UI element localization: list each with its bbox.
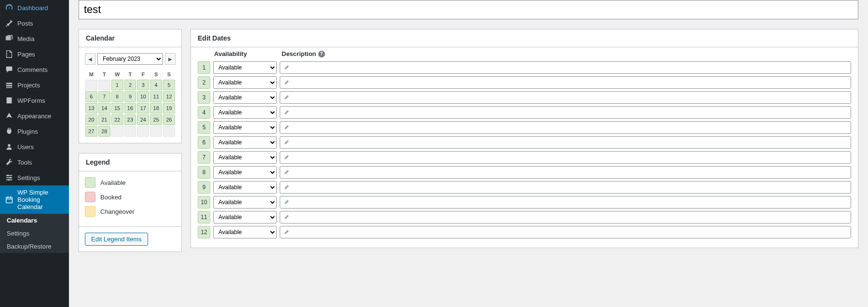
calendar-day[interactable]: 25 [150, 114, 162, 125]
forms-icon [5, 96, 14, 105]
sidebar-item-users[interactable]: Users [0, 139, 69, 154]
sidebar-item-appearance[interactable]: Appearance [0, 108, 69, 124]
availability-select[interactable]: Available [213, 181, 277, 194]
calendar-day[interactable]: 24 [137, 114, 149, 125]
legend-row: Changeover [85, 206, 176, 217]
description-input[interactable] [280, 211, 851, 223]
calendar-day[interactable]: 11 [150, 91, 162, 102]
availability-select[interactable]: Available [213, 136, 277, 149]
edit-dates-title: Edit Dates [191, 29, 858, 47]
calendar-day[interactable]: 8 [111, 91, 123, 102]
calendar-day[interactable]: 16 [124, 103, 136, 113]
sidebar-item-settings[interactable]: Settings [0, 170, 69, 185]
calendar-day-empty [137, 126, 149, 137]
availability-select[interactable]: Available [213, 91, 277, 104]
description-input[interactable] [280, 61, 851, 74]
calendar-day[interactable]: 20 [85, 114, 97, 125]
pin-icon [5, 19, 14, 28]
comments-icon [5, 65, 14, 74]
description-input[interactable] [280, 121, 851, 134]
availability-select[interactable]: Available [213, 61, 277, 74]
calendar-day[interactable]: 3 [137, 80, 149, 90]
submenu-item-backup-restore[interactable]: Backup/Restore [0, 240, 69, 253]
pages-icon [5, 50, 14, 58]
calendar-day[interactable]: 6 [85, 91, 97, 102]
appearance-icon [5, 112, 14, 120]
submenu: CalendarsSettingsBackup/Restore [0, 214, 69, 253]
sidebar-item-pages[interactable]: Pages [0, 46, 69, 62]
help-icon[interactable]: ? [318, 51, 325, 57]
calendar-day[interactable]: 27 [85, 126, 97, 137]
availability-select[interactable]: Available [213, 151, 277, 164]
calendar-day[interactable]: 1 [111, 80, 123, 90]
calendar-day[interactable]: 17 [137, 103, 149, 113]
calendar-day[interactable]: 28 [98, 126, 110, 137]
calendar-day[interactable]: 4 [150, 80, 162, 90]
sidebar-item-wpforms[interactable]: WPForms [0, 93, 69, 108]
calendar-day[interactable]: 9 [124, 91, 136, 102]
sidebar-item-posts[interactable]: Posts [0, 15, 69, 31]
calendar-day-empty [98, 80, 110, 90]
calendar-day[interactable]: 22 [111, 114, 123, 125]
description-input[interactable] [280, 76, 851, 89]
pencil-icon [284, 110, 289, 115]
description-input[interactable] [280, 106, 851, 119]
availability-select[interactable]: Available [213, 166, 277, 179]
legend-row: Booked [85, 192, 176, 202]
availability-header: Availability [214, 50, 278, 57]
submenu-item-settings[interactable]: Settings [0, 227, 69, 240]
calendar-day[interactable]: 10 [137, 91, 149, 102]
calendar-day[interactable]: 5 [163, 80, 175, 90]
calendar-day[interactable]: 21 [98, 114, 110, 125]
calendar-day[interactable]: 14 [98, 103, 110, 113]
day-badge: 4 [198, 106, 210, 119]
month-select[interactable]: February 2023 [97, 53, 163, 65]
calendar-day[interactable]: 2 [124, 80, 136, 90]
description-input[interactable] [280, 91, 851, 104]
description-input[interactable] [280, 151, 851, 164]
date-row: 11 Available [198, 211, 851, 223]
sidebar-item-dashboard[interactable]: Dashboard [0, 0, 69, 15]
submenu-item-calendars[interactable]: Calendars [0, 214, 69, 227]
weekday-header: T [98, 70, 111, 79]
legend-row: Available [85, 177, 176, 188]
calendar-day[interactable]: 12 [163, 91, 175, 102]
sidebar-item-plugins[interactable]: Plugins [0, 124, 69, 139]
calendar-day[interactable]: 23 [124, 114, 136, 125]
description-input[interactable] [280, 181, 851, 194]
calendar-day-empty [150, 126, 162, 137]
calendar-title-input[interactable] [79, 0, 858, 19]
calendar-day[interactable]: 15 [111, 103, 123, 113]
sidebar-item-projects[interactable]: Projects [0, 77, 69, 93]
description-input[interactable] [280, 166, 851, 179]
plugins-icon [5, 127, 14, 136]
description-input[interactable] [280, 226, 851, 238]
availability-select[interactable]: Available [213, 76, 277, 89]
prev-month-button[interactable]: ◀ [85, 53, 95, 65]
description-input[interactable] [280, 196, 851, 209]
day-badge: 2 [198, 76, 210, 89]
sidebar-item-comments[interactable]: Comments [0, 62, 69, 77]
sidebar-item-label: Pages [17, 51, 35, 58]
availability-select[interactable]: Available [213, 106, 277, 119]
description-input[interactable] [280, 136, 851, 149]
availability-select[interactable]: Available [213, 196, 277, 209]
sidebar-item-label: WP Simple Booking Calendar [17, 189, 64, 210]
availability-select[interactable]: Available [213, 211, 277, 223]
calendar-day[interactable]: 26 [163, 114, 175, 125]
sidebar-item-label: Settings [17, 174, 40, 181]
sidebar-item-label: Tools [17, 159, 32, 166]
pencil-icon [284, 95, 289, 100]
sidebar-item-tools[interactable]: Tools [0, 154, 69, 170]
next-month-button[interactable]: ▶ [165, 53, 176, 65]
calendar-day[interactable]: 7 [98, 91, 110, 102]
availability-select[interactable]: Available [213, 226, 277, 238]
legend-panel: Legend AvailableBookedChangeover Edit Le… [79, 153, 182, 252]
sidebar-item-media[interactable]: Media [0, 31, 69, 46]
availability-select[interactable]: Available [213, 121, 277, 134]
edit-legend-button[interactable]: Edit Legend Items [85, 233, 148, 246]
calendar-day[interactable]: 19 [163, 103, 175, 113]
sidebar-item-wp-simple-booking-calendar[interactable]: WP Simple Booking Calendar [0, 185, 69, 214]
calendar-day[interactable]: 13 [85, 103, 97, 113]
calendar-day[interactable]: 18 [150, 103, 162, 113]
